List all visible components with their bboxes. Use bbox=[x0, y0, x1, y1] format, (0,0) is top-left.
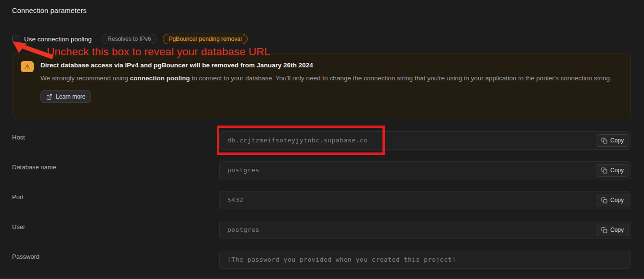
annotation-arrow-icon bbox=[11, 39, 59, 61]
user-input[interactable]: postgres bbox=[219, 221, 631, 239]
warning-body: We strongly recommend using connection p… bbox=[40, 72, 612, 84]
learn-more-label: Learn more bbox=[56, 93, 85, 100]
deprecation-warning-panel: ⚠ Direct database access via IPv4 and pg… bbox=[13, 53, 631, 118]
copy-label: Copy bbox=[610, 137, 624, 144]
annotation-text: Uncheck this box to reveal your database… bbox=[47, 46, 270, 58]
password-input[interactable]: [The password you provided when you crea… bbox=[219, 251, 631, 269]
database-name-label: Database name bbox=[12, 164, 56, 171]
password-label: Password bbox=[12, 253, 39, 260]
database-name-copy-button[interactable]: Copy bbox=[596, 164, 629, 177]
external-link-icon bbox=[46, 94, 53, 100]
warning-content: Direct database access via IPv4 and pgBo… bbox=[40, 60, 612, 111]
field-row-database-name: Database name postgres Copy bbox=[0, 161, 644, 183]
port-label: Port bbox=[12, 193, 24, 201]
copy-label: Copy bbox=[610, 227, 624, 233]
warning-body-pre: We strongly recommend using bbox=[40, 75, 130, 82]
user-copy-button[interactable]: Copy bbox=[596, 224, 629, 236]
connection-parameters-page: Connection parameters Use connection poo… bbox=[0, 0, 644, 279]
user-label: User bbox=[12, 223, 25, 230]
field-row-port: Port 5432 Copy bbox=[0, 191, 644, 213]
host-label: Host bbox=[12, 134, 25, 141]
copy-label: Copy bbox=[610, 197, 624, 203]
copy-icon bbox=[601, 227, 607, 233]
warning-title: Direct database access via IPv4 and pgBo… bbox=[40, 62, 612, 69]
port-copy-button[interactable]: Copy bbox=[596, 194, 629, 206]
field-row-password: Password [The password you provided when… bbox=[0, 251, 644, 273]
learn-more-button[interactable]: Learn more bbox=[40, 90, 91, 103]
copy-label: Copy bbox=[610, 167, 624, 174]
resolves-to-ipv6-badge: Resolves to IPv6 bbox=[102, 34, 157, 44]
page-title: Connection parameters bbox=[12, 7, 87, 14]
copy-icon bbox=[601, 197, 607, 203]
host-copy-button[interactable]: Copy bbox=[596, 134, 629, 147]
copy-icon bbox=[601, 138, 607, 144]
field-row-user: User postgres Copy bbox=[0, 221, 644, 243]
field-row-host: Host db.zcjtzmeifsoteyjytnbc.supabase.co… bbox=[0, 131, 644, 153]
pgbouncer-pending-removal-badge: PgBouncer pending removal bbox=[163, 34, 247, 44]
warning-body-bold: connection pooling bbox=[130, 75, 190, 82]
host-input[interactable]: db.zcjtzmeifsoteyjytnbc.supabase.co bbox=[219, 131, 631, 150]
database-name-input[interactable]: postgres bbox=[219, 161, 631, 179]
warning-body-post: to connect to your database. You'll only… bbox=[190, 75, 611, 82]
port-input[interactable]: 5432 bbox=[219, 191, 631, 209]
copy-icon bbox=[601, 167, 607, 174]
warning-triangle-icon: ⚠ bbox=[21, 61, 34, 72]
